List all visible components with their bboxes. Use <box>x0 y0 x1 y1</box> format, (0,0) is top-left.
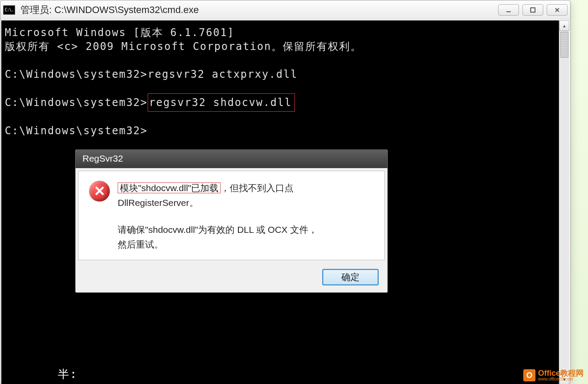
terminal-line <box>5 110 555 124</box>
watermark-text: Office教程网 www.office26.com <box>538 369 584 381</box>
window-controls <box>498 4 568 16</box>
window-title: 管理员: C:\WINDOWS\System32\cmd.exe <box>20 3 199 17</box>
close-button[interactable] <box>547 4 568 16</box>
maximize-button[interactable] <box>522 4 543 16</box>
prompt: C:\Windows\system32> <box>5 68 148 80</box>
terminal-line <box>5 53 555 67</box>
svg-rect-0 <box>506 11 511 12</box>
dialog-body: ✕ 模块"shdocvw.dll"已加载，但找不到入口点 DllRegister… <box>78 171 385 260</box>
terminal-line: C:\Windows\system32> <box>5 124 555 138</box>
message-text: ，但找不到入口点 <box>221 183 294 193</box>
scroll-up-button[interactable]: ▲ <box>559 20 569 31</box>
highlighted-command: regsvr32 shdocvw.dll <box>148 93 295 112</box>
terminal-line: Microsoft Windows [版本 6.1.7601] <box>5 26 555 40</box>
message-line: 请确保"shdocvw.dll"为有效的 DLL 或 OCX 文件， <box>118 222 317 237</box>
message-line: DllRegisterServer。 <box>118 195 317 210</box>
vertical-scrollbar[interactable]: ▲ ▼ <box>559 20 569 384</box>
watermark-title: Office教程网 <box>538 369 584 377</box>
maximize-icon <box>530 7 536 13</box>
minimize-icon <box>505 7 512 13</box>
error-icon: ✕ <box>89 181 110 202</box>
titlebar[interactable]: C:\. 管理员: C:\WINDOWS\System32\cmd.exe <box>0 0 570 20</box>
highlighted-message: 模块"shdocvw.dll"已加载 <box>118 182 221 193</box>
ime-indicator: 半: <box>58 367 78 381</box>
svg-rect-1 <box>531 8 535 12</box>
prompt: C:\Windows\system32> <box>5 125 148 137</box>
command-text: regsvr32 actxprxy.dll <box>148 68 297 80</box>
terminal-line: 版权所有 <c> 2009 Microsoft Corporation。保留所有… <box>5 40 555 53</box>
ok-button[interactable]: 确定 <box>322 269 379 285</box>
prompt: C:\Windows\system32> <box>5 96 148 109</box>
watermark: O Office教程网 www.office26.com <box>523 369 584 381</box>
watermark-url: www.office26.com <box>538 377 584 381</box>
cmd-icon: C:\. <box>3 5 15 15</box>
dialog-content: ✕ 模块"shdocvw.dll"已加载，但找不到入口点 DllRegister… <box>89 181 374 252</box>
dialog-title[interactable]: RegSvr32 <box>76 150 387 168</box>
scroll-thumb[interactable] <box>560 32 568 58</box>
terminal-line: C:\Windows\system32>regsvr32 shdocvw.dll <box>5 95 555 110</box>
watermark-icon: O <box>523 369 535 381</box>
close-icon <box>554 7 560 13</box>
message-line: 模块"shdocvw.dll"已加载，但找不到入口点 <box>118 181 317 195</box>
terminal-line: C:\Windows\system32>regsvr32 actxprxy.dl… <box>5 67 555 81</box>
minimize-button[interactable] <box>498 4 519 16</box>
scroll-track[interactable] <box>559 31 569 374</box>
message-line: 然后重试。 <box>118 237 317 252</box>
dialog-button-row: 确定 <box>76 263 387 292</box>
dialog-message: 模块"shdocvw.dll"已加载，但找不到入口点 DllRegisterSe… <box>118 181 317 252</box>
regsvr32-dialog: RegSvr32 ✕ 模块"shdocvw.dll"已加载，但找不到入口点 Dl… <box>75 149 388 293</box>
